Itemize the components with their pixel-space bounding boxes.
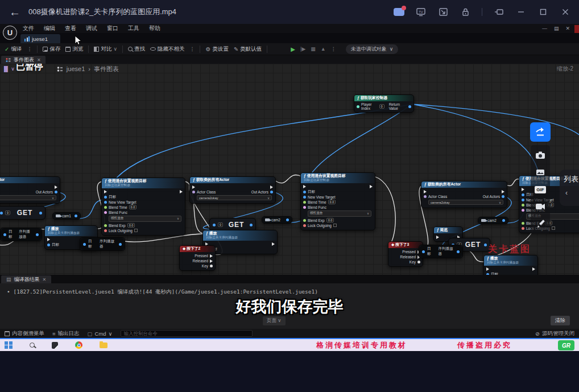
data-pin[interactable]: [104, 206, 107, 209]
stop-frame-button[interactable]: ▦: [311, 46, 316, 52]
node-get-all-actors-2[interactable]: ƒ 获取类的所有ActorActor ClassOut Actorscamera…: [189, 176, 276, 204]
hide-unrelated-button[interactable]: 隐藏不相关: [150, 46, 185, 53]
data-pin[interactable]: [303, 206, 306, 209]
share-button[interactable]: [530, 122, 551, 142]
play-options-icon[interactable]: ⋮: [331, 46, 336, 52]
node-get-all-actors-1[interactable]: ƒ 获取类的所有ActorActor ClassOut Actorscamera…: [0, 176, 60, 204]
menu-window[interactable]: 窗口: [107, 24, 118, 32]
exec-pin[interactable]: [272, 242, 275, 246]
exec-pin[interactable]: [370, 185, 373, 188]
data-pin[interactable]: [192, 191, 195, 193]
play-in-editor-button[interactable]: ▶: [291, 46, 295, 52]
data-pin[interactable]: [408, 105, 411, 108]
image-capture-icon[interactable]: [533, 166, 547, 179]
data-pin[interactable]: [303, 224, 306, 227]
pin-value-field[interactable]: 0.0: [127, 223, 135, 228]
content-drawer-button[interactable]: 内容侧滑菜单: [5, 330, 44, 337]
edit-pencil-icon[interactable]: [533, 217, 547, 230]
data-pin[interactable]: [3, 233, 6, 236]
data-pin[interactable]: [522, 209, 524, 212]
tab-event-graph[interactable]: 事件图表 ✕: [1, 56, 46, 64]
node-seq-player-1[interactable]: 目标序列播放器: [0, 228, 42, 241]
compile-button[interactable]: ✓编译: [5, 46, 22, 53]
menu-edit[interactable]: 编辑: [44, 24, 55, 32]
page-dropdown[interactable]: 页面 ∨: [263, 316, 286, 325]
source-control-status[interactable]: ⊘源码管理关闭: [535, 330, 574, 337]
exec-pin[interactable]: [104, 190, 107, 193]
node-play-3[interactable]: ƒ 播放目标是关卡序列播放器目标: [483, 255, 538, 275]
ue-close-icon[interactable]: ✕: [565, 26, 570, 31]
data-pin[interactable]: [104, 224, 107, 227]
node-set-view-target-1[interactable]: ƒ 使用混合设置视图目标目标是玩家控制器目标New View TargetBle…: [101, 178, 185, 236]
task-view-icon[interactable]: [52, 342, 58, 349]
data-pin[interactable]: [303, 196, 306, 199]
node-set-view-target-2[interactable]: ƒ 使用混合设置视图目标目标是玩家控制器目标New View TargetBle…: [300, 172, 375, 230]
pin-value-field[interactable]: 0.0: [328, 200, 336, 204]
data-pin[interactable]: [210, 265, 213, 267]
exec-pin[interactable]: [270, 185, 273, 189]
data-pin[interactable]: [119, 243, 122, 246]
save-button[interactable]: 保存: [43, 46, 60, 53]
exec-pin[interactable]: [522, 188, 524, 191]
node-get-all-actors-3[interactable]: ƒ 获取类的所有ActorActor ClassOut Actorscamera…: [421, 181, 507, 208]
data-pin[interactable]: [486, 273, 489, 275]
windows-start-icon[interactable]: [5, 341, 13, 349]
menu-tools[interactable]: 工具: [128, 24, 139, 32]
menu-debug[interactable]: 调试: [86, 24, 97, 32]
node-dropdown[interactable]: 线性混合∨: [109, 216, 181, 222]
checkbox[interactable]: [134, 229, 138, 232]
data-pin[interactable]: [286, 218, 289, 221]
pin-value-field[interactable]: 0.0: [326, 218, 334, 222]
node-get-1[interactable]: 0GET: [0, 206, 46, 220]
data-pin[interactable]: [303, 201, 306, 204]
data-pin[interactable]: [39, 212, 42, 214]
cmd-dropdown[interactable]: ▢Cmd ∨: [88, 331, 113, 337]
node-var-cam2-a[interactable]: cam2: [262, 216, 292, 224]
node-dropdown[interactable]: 线性混合∨: [308, 211, 371, 217]
exec-pin[interactable]: [532, 267, 535, 271]
close-button[interactable]: [560, 7, 571, 17]
data-pin[interactable]: [36, 233, 39, 236]
data-pin[interactable]: [357, 105, 359, 108]
find-button[interactable]: 查找: [128, 46, 145, 53]
class-settings-button[interactable]: ⚙类设置: [205, 46, 228, 53]
screen-share-icon[interactable]: [437, 7, 449, 17]
back-button[interactable]: ←: [9, 6, 20, 19]
data-pin[interactable]: [303, 191, 306, 193]
node-seq-player-3[interactable]: 目标序列播放器: [419, 245, 463, 258]
data-pin[interactable]: [417, 261, 420, 263]
checkbox[interactable]: [333, 224, 337, 227]
tab-compiler-results[interactable]: ▤ 编译器结果 ✕: [1, 275, 51, 283]
data-pin[interactable]: [484, 244, 487, 246]
compile-options-icon[interactable]: ⋮: [27, 46, 32, 52]
mini-mode-icon[interactable]: [493, 7, 504, 17]
playlist-tab[interactable]: 列表 ‹: [560, 170, 579, 206]
data-pin[interactable]: [522, 199, 524, 201]
blueprint-graph-canvas[interactable]: ƒ 获取玩家控制器Player Index0Return Valueƒ 获取类的…: [0, 64, 579, 275]
node-dropdown[interactable]: camera1okay∨: [0, 195, 56, 200]
node-get-player-controller[interactable]: ƒ 获取玩家控制器Player Index0Return Value: [354, 94, 414, 113]
data-pin[interactable]: [270, 191, 273, 193]
eject-button[interactable]: ▲: [321, 46, 326, 52]
data-pin[interactable]: [422, 250, 425, 253]
data-pin[interactable]: [104, 201, 107, 204]
data-pin[interactable]: [502, 219, 505, 222]
node-var-cam2-b[interactable]: cam2: [478, 217, 508, 224]
screenshot-camera-icon[interactable]: [533, 149, 547, 162]
class-defaults-button[interactable]: ✎类默认值: [234, 46, 262, 53]
node-key-event-1[interactable]: ◆ 按下了2PressedReleasedKey: [179, 245, 216, 271]
data-pin[interactable]: [522, 204, 524, 207]
exec-pin[interactable]: [180, 190, 183, 193]
data-pin[interactable]: [522, 193, 524, 196]
clear-log-button[interactable]: 清除: [551, 316, 570, 325]
ue-minimize-icon[interactable]: —: [542, 26, 547, 31]
minimize-button[interactable]: [515, 7, 527, 17]
data-pin[interactable]: [522, 227, 524, 230]
data-pin[interactable]: [83, 243, 86, 246]
node-dropdown[interactable]: camera2okay∨: [197, 195, 272, 200]
node-seq-player-2[interactable]: 目标序列播放器: [80, 237, 125, 251]
diff-button[interactable]: 对比∨: [94, 46, 117, 53]
menu-file[interactable]: 文件: [23, 24, 34, 32]
menu-view[interactable]: 查看: [65, 24, 76, 32]
exec-pin[interactable]: [424, 190, 427, 193]
